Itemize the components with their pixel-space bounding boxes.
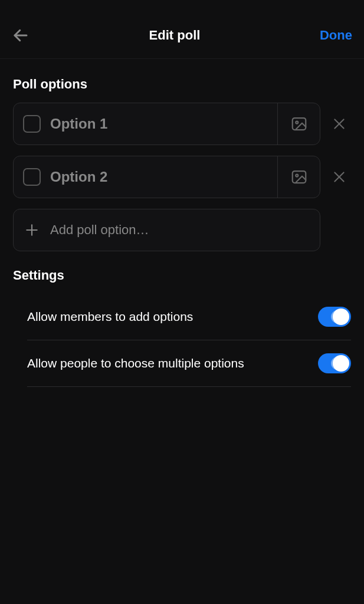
done-button[interactable]: Done [320, 28, 352, 43]
page-title: Edit poll [149, 28, 201, 43]
arrow-left-icon [12, 27, 29, 44]
poll-option-row [13, 103, 351, 145]
plus-icon [24, 222, 40, 238]
option-input[interactable] [41, 103, 277, 145]
poll-options-heading: Poll options [13, 77, 351, 92]
option-checkbox[interactable] [23, 168, 41, 186]
settings-list: Allow members to add options Allow peopl… [13, 294, 351, 387]
option-input[interactable] [41, 156, 277, 198]
add-poll-option-button[interactable]: Add poll option… [13, 209, 320, 251]
header: Edit poll Done [0, 12, 364, 59]
poll-option-group [13, 156, 320, 198]
setting-label: Allow people to choose multiple options [27, 356, 244, 370]
add-image-button[interactable] [277, 156, 320, 198]
image-icon [290, 168, 308, 186]
image-icon [290, 115, 308, 133]
toggle-allow-members-add[interactable] [318, 307, 351, 327]
close-icon [332, 116, 347, 132]
svg-point-6 [296, 175, 298, 177]
remove-option-button[interactable] [327, 165, 351, 189]
close-icon [332, 169, 347, 185]
svg-point-2 [296, 122, 298, 124]
add-option-label: Add poll option… [50, 222, 149, 238]
setting-label: Allow members to add options [27, 310, 193, 324]
poll-option-group [13, 103, 320, 145]
svg-rect-5 [292, 171, 306, 183]
setting-allow-members-add: Allow members to add options [27, 294, 351, 340]
toggle-allow-multiple[interactable] [318, 353, 351, 373]
settings-heading: Settings [13, 268, 351, 283]
remove-option-button[interactable] [327, 112, 351, 136]
back-button[interactable] [12, 27, 29, 44]
svg-rect-1 [292, 118, 306, 130]
option-checkbox[interactable] [23, 115, 41, 133]
poll-option-row [13, 156, 351, 198]
setting-allow-multiple: Allow people to choose multiple options [27, 340, 351, 387]
add-image-button[interactable] [277, 103, 320, 145]
